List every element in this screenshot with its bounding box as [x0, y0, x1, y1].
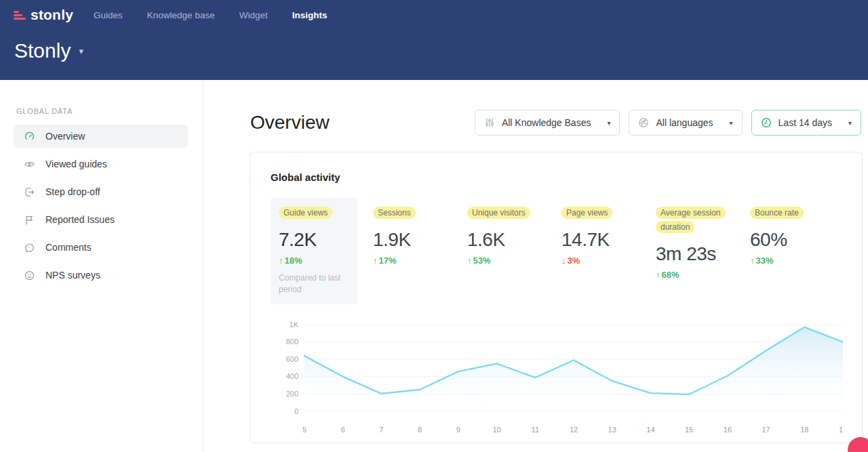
nav-links: Guides Knowledge base Widget Insights [94, 10, 327, 20]
main-nav: stonly Guides Knowledge base Widget Insi… [0, 0, 868, 27]
sidebar-item-label: Viewed guides [45, 159, 107, 169]
sidebar-item-label: Reported Issues [45, 214, 115, 225]
svg-text:600: 600 [286, 354, 298, 363]
top-header: stonly Guides Knowledge base Widget Insi… [0, 0, 868, 80]
metric-value: 1.6K [467, 229, 547, 251]
trend-arrow-icon: ↑ [373, 255, 378, 266]
metric-delta: ↑18% [279, 255, 351, 266]
svg-text:800: 800 [286, 337, 298, 346]
metric-value: 1.9K [373, 229, 452, 251]
metric-label: Average session duration [656, 207, 726, 233]
svg-text:7: 7 [379, 426, 383, 434]
flag-icon [24, 214, 35, 226]
sidebar-item-comments[interactable]: Comments [14, 236, 188, 259]
svg-text:14: 14 [646, 426, 654, 434]
metric-delta: ↑53% [467, 255, 547, 266]
svg-text:16: 16 [724, 426, 732, 434]
area-chart[interactable]: 02004006008001K5678910111213141516171819 [271, 318, 843, 438]
svg-text:15: 15 [685, 426, 693, 434]
card-title: Global activity [271, 171, 842, 183]
global-activity-chart[interactable]: 02004006008001K5678910111213141516171819 [271, 318, 843, 438]
metric-delta: ↓3% [561, 255, 641, 266]
chevron-down-icon: ▾ [848, 119, 852, 127]
metric-unique-visitors[interactable]: Unique visitors 1.6K ↑53% [459, 198, 553, 274]
metric-value: 14.7K [561, 229, 641, 251]
svg-text:8: 8 [418, 426, 422, 434]
stonly-logo[interactable]: stonly [14, 7, 73, 23]
metric-label: Bounce rate [750, 207, 804, 219]
svg-text:11: 11 [532, 426, 539, 434]
metric-delta: ↑33% [750, 255, 829, 266]
metric-page-views[interactable]: Page views 14.7K ↓3% [553, 198, 648, 274]
workspace-selector[interactable]: Stonly ▾ [0, 27, 868, 62]
trend-arrow-icon: ↑ [750, 255, 755, 266]
sidebar-item-nps-surveys[interactable]: NPS surveys [14, 264, 188, 287]
chevron-down-icon[interactable]: ▾ [79, 46, 83, 56]
svg-text:9: 9 [456, 426, 460, 434]
languages-filter[interactable]: All languages ▾ [629, 110, 742, 136]
metric-bounce-rate[interactable]: Bounce rate 60% ↑33% [742, 198, 836, 274]
date-range-filter-value: Last 14 days [778, 117, 832, 128]
svg-text:10: 10 [492, 426, 500, 434]
nav-link-guides[interactable]: Guides [94, 10, 123, 20]
svg-text:1K: 1K [290, 320, 299, 328]
sidebar-item-reported-issues[interactable]: Reported Issues [14, 208, 188, 231]
metric-note: Compared to last period [279, 272, 351, 296]
date-range-filter[interactable]: Last 14 days ▾ [751, 110, 861, 136]
svg-text:5: 5 [302, 426, 307, 434]
metric-value: 3m 23s [656, 243, 735, 265]
sidebar-item-label: Comments [45, 242, 92, 253]
metric-label: Guide views [279, 207, 332, 219]
svg-text:6: 6 [341, 426, 345, 434]
nav-link-insights[interactable]: Insights [292, 10, 328, 20]
knowledge-bases-filter[interactable]: All Knowledge Bases ▾ [475, 110, 620, 136]
sidebar-item-step-drop-off[interactable]: Step drop-off [14, 180, 188, 203]
nav-link-knowledge-base[interactable]: Knowledge base [147, 10, 215, 20]
metric-delta: ↑17% [373, 255, 452, 266]
chevron-down-icon: ▾ [607, 119, 610, 127]
metric-sessions[interactable]: Sessions 1.9K ↑17% [365, 198, 459, 274]
globe-icon [638, 117, 649, 128]
nav-link-widget[interactable]: Widget [239, 10, 268, 20]
eye-icon [24, 159, 35, 170]
metric-avg-session-duration[interactable]: Average session duration 3m 23s ↑68% [648, 198, 742, 288]
svg-text:400: 400 [286, 372, 298, 380]
svg-text:0: 0 [294, 407, 298, 415]
workspace-title[interactable]: Stonly [14, 39, 71, 62]
chevron-down-icon: ▾ [730, 119, 733, 127]
stonly-logo-text: stonly [31, 7, 73, 23]
trend-arrow-icon: ↑ [467, 255, 472, 266]
main-content: Overview All Knowledge Bases ▾ All langu… [204, 80, 868, 452]
languages-filter-value: All languages [656, 117, 713, 128]
trend-arrow-icon: ↓ [561, 255, 566, 266]
metrics-row: Guide views 7.2K ↑18% Compared to last p… [271, 198, 842, 304]
clock-icon [761, 117, 772, 128]
metric-label: Sessions [373, 207, 416, 219]
svg-text:18: 18 [800, 426, 808, 434]
svg-text:12: 12 [570, 426, 578, 434]
trend-arrow-icon: ↑ [279, 255, 283, 266]
stonly-logo-icon [14, 11, 26, 20]
comment-icon [24, 242, 35, 253]
svg-text:19: 19 [839, 426, 843, 434]
sidebar-item-label: Step drop-off [45, 186, 100, 197]
metric-delta: ↑68% [656, 270, 735, 280]
metric-value: 60% [750, 229, 829, 251]
global-activity-card: Global activity Guide views 7.2K ↑18% Co… [250, 152, 863, 443]
metric-label: Page views [561, 207, 612, 219]
metric-label: Unique visitors [467, 207, 530, 219]
svg-text:13: 13 [608, 426, 616, 434]
trend-arrow-icon: ↑ [656, 270, 660, 280]
smiley-icon [24, 270, 35, 281]
sidebar-item-label: Overview [45, 131, 85, 142]
sidebar-item-overview[interactable]: Overview [14, 125, 188, 148]
metric-guide-views[interactable]: Guide views 7.2K ↑18% Compared to last p… [271, 198, 357, 304]
page-title: Overview [250, 112, 475, 133]
svg-text:17: 17 [762, 426, 770, 434]
gauge-icon [24, 131, 35, 142]
sidebar-item-viewed-guides[interactable]: Viewed guides [14, 152, 188, 176]
svg-text:200: 200 [286, 390, 298, 398]
sidebar: GLOBAL DATA Overview Viewed guides Step … [0, 80, 203, 452]
metric-value: 7.2K [279, 229, 351, 251]
sliders-icon [484, 117, 495, 128]
